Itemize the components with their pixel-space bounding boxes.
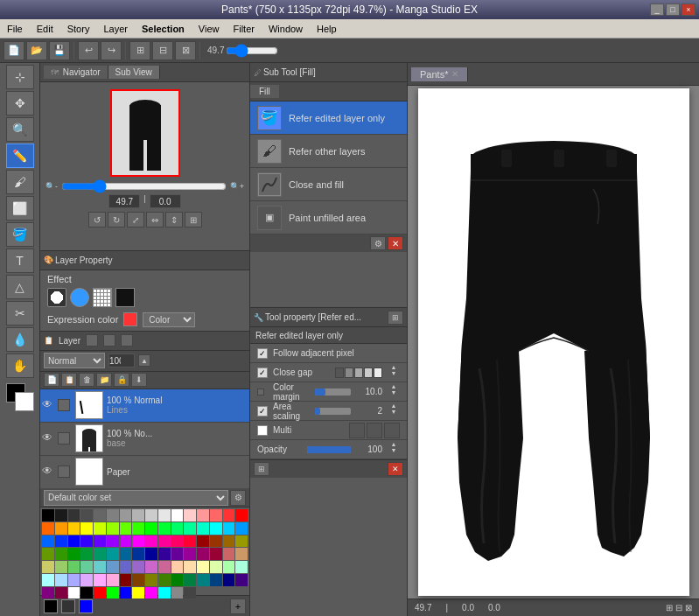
nav-btn3[interactable]: ⤢	[127, 212, 144, 228]
layer-copy-btn[interactable]: 📋	[61, 373, 77, 387]
color-swatch-37[interactable]	[107, 536, 119, 548]
color-swatch-32[interactable]	[42, 536, 54, 548]
canvas-tab-close[interactable]: ✕	[451, 69, 458, 79]
color-swatch-91[interactable]	[184, 574, 196, 586]
closegap-down[interactable]: ▼	[391, 370, 397, 376]
color-swatch-16[interactable]	[42, 522, 54, 535]
text-tool[interactable]: T	[6, 248, 34, 273]
color-swatch-71[interactable]	[132, 561, 144, 573]
expression-color-swatch[interactable]	[123, 312, 137, 326]
color-swatch-45[interactable]	[210, 536, 222, 548]
layer-menu-btn[interactable]	[121, 334, 133, 346]
color-swatch-49[interactable]	[55, 548, 67, 560]
color-swatch-51[interactable]	[80, 548, 93, 560]
toolprop-settings-btn[interactable]: ⊞	[254, 462, 269, 476]
color-swatch-95[interactable]	[235, 574, 248, 586]
color-swatch-92[interactable]	[197, 574, 209, 586]
color-swatch-64[interactable]	[42, 561, 54, 573]
zoom-slider[interactable]	[226, 46, 278, 56]
save-button[interactable]: 💾	[49, 41, 70, 60]
undo-button[interactable]: ↩	[78, 41, 99, 60]
colormargin-slider[interactable]	[315, 388, 352, 396]
color-selector[interactable]	[6, 383, 34, 411]
color-swatch-65[interactable]	[55, 561, 67, 573]
titlebar-buttons[interactable]: _ □ ×	[650, 4, 696, 16]
color-swatch-34[interactable]	[68, 536, 80, 548]
color-swatch-60[interactable]	[197, 548, 209, 560]
layer-eye-lines[interactable]: 👁	[42, 398, 56, 412]
color-swatch-8[interactable]	[145, 509, 157, 522]
follow-checkbox[interactable]: ✓	[257, 348, 268, 359]
color-swatch-98[interactable]	[68, 587, 80, 599]
redo-button[interactable]: ↪	[101, 41, 122, 60]
menu-view[interactable]: View	[192, 22, 227, 36]
color-swatch-14[interactable]	[223, 509, 235, 522]
eyedrop-tool[interactable]: 💧	[6, 327, 34, 352]
close-button[interactable]: ×	[682, 4, 696, 16]
subtool-item-refer-other[interactable]: 🖌 Refer other layers	[250, 135, 407, 168]
nav-zoom-slider[interactable]	[61, 182, 227, 191]
color-swatch-33[interactable]	[55, 536, 67, 548]
color-swatch-69[interactable]	[107, 561, 119, 573]
open-button[interactable]: 📂	[26, 41, 47, 60]
color-swatch-63[interactable]	[235, 548, 248, 560]
color-swatch-13[interactable]	[210, 509, 222, 522]
color-swatch-28[interactable]	[197, 522, 209, 535]
color-swatch-5[interactable]	[107, 509, 119, 522]
layer-delete-btn[interactable]: 🗑	[79, 373, 94, 387]
color-swatch-68[interactable]	[94, 561, 106, 573]
color-swatch-39[interactable]	[132, 536, 144, 548]
menu-story[interactable]: Story	[60, 22, 97, 36]
closegap-box4[interactable]	[364, 368, 373, 378]
color-swatch-79[interactable]	[235, 561, 248, 573]
color-swatch-82[interactable]	[68, 574, 80, 586]
layer-row-paper[interactable]: 👁 Paper	[40, 456, 249, 488]
menu-filter[interactable]: Filter	[226, 22, 261, 36]
color-swatch-97[interactable]	[55, 587, 67, 599]
color-swatch-86[interactable]	[120, 574, 132, 586]
nav-btn6[interactable]: ⊞	[185, 212, 202, 228]
layer-new-btn[interactable]: 📄	[44, 373, 59, 387]
closegap-up[interactable]: ▲	[391, 364, 397, 370]
color-swatch-70[interactable]	[120, 561, 132, 573]
subtool-item-refer-edited[interactable]: 🪣 Refer edited layer only	[250, 102, 407, 135]
effect-dark[interactable]	[115, 288, 135, 307]
color-swatch-9[interactable]	[158, 509, 171, 522]
brush-tool[interactable]: 🖌	[6, 170, 34, 194]
shape-tool[interactable]: △	[6, 275, 34, 299]
multi-icon1[interactable]	[349, 423, 365, 438]
closegap-box5[interactable]	[374, 368, 382, 378]
colormargin-down[interactable]: ▼	[391, 389, 397, 396]
color-swatch-93[interactable]	[210, 574, 222, 586]
color-swatch-47[interactable]	[235, 536, 248, 548]
color-swatch-59[interactable]	[184, 548, 196, 560]
closegap-box1[interactable]	[335, 368, 344, 378]
expression-color-select[interactable]: Color	[143, 312, 195, 327]
areascaling-checkbox[interactable]: ✓	[257, 406, 268, 416]
eraser-tool[interactable]: ⬜	[6, 196, 34, 220]
menu-selection[interactable]: Selection	[135, 22, 192, 36]
color-swatch-90[interactable]	[171, 574, 184, 586]
minimize-button[interactable]: _	[650, 4, 664, 16]
color-swatch-58[interactable]	[171, 548, 184, 560]
opacity-stepper-up[interactable]: ▲	[138, 354, 150, 367]
select-tool[interactable]: ⊹	[6, 65, 34, 89]
menu-edit[interactable]: Edit	[30, 22, 60, 36]
color-swatch-77[interactable]	[210, 561, 222, 573]
layer-eye-base[interactable]: 👁	[42, 431, 56, 445]
color-swatch-104[interactable]	[145, 587, 157, 599]
color-swatch-6[interactable]	[120, 509, 132, 522]
color-swatch-66[interactable]	[68, 561, 80, 573]
subview-tab[interactable]: Sub View	[108, 66, 160, 79]
color-swatch-42[interactable]	[171, 536, 184, 548]
color-swatch-17[interactable]	[55, 522, 67, 535]
nav-btn4[interactable]: ⇔	[146, 212, 164, 228]
subtool-settings-btn[interactable]: ⚙	[370, 236, 386, 250]
opacity-up[interactable]: ▲	[391, 441, 397, 447]
color-swatch-76[interactable]	[197, 561, 209, 573]
color-swatch-57[interactable]	[158, 548, 171, 560]
fg-color-swatch[interactable]	[44, 599, 58, 613]
color-swatch-29[interactable]	[210, 522, 222, 535]
color-swatch-31[interactable]	[235, 522, 248, 535]
toolprop-reset-btn[interactable]: ✕	[388, 462, 403, 476]
